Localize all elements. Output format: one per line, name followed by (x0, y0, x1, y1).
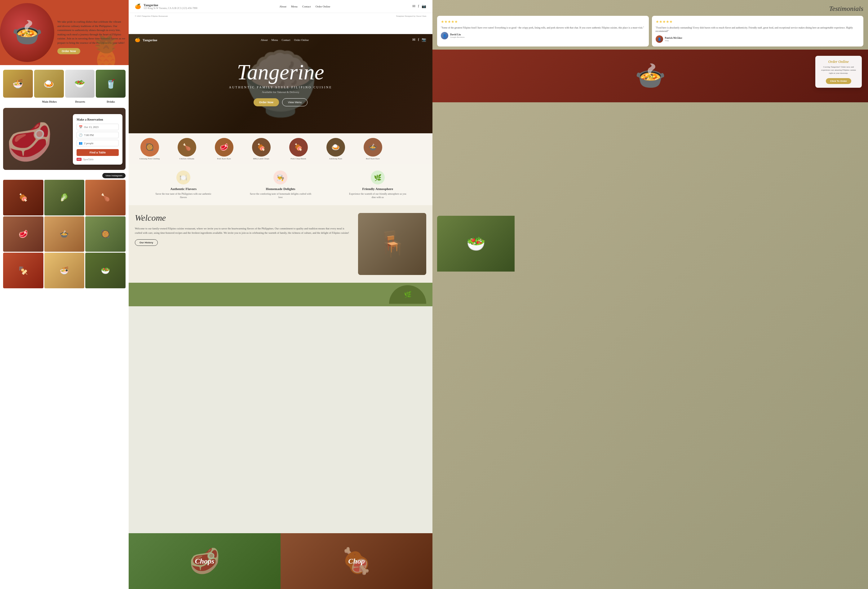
features-section: 🍽️ Authentic Flavors Savor the true tast… (128, 164, 433, 205)
testimonial-text-1: "Food here is absolutely outstanding! Ev… (655, 26, 860, 33)
hero-instagram-icon[interactable]: 📷 (422, 37, 426, 42)
dish-item-2[interactable]: 🥗 (65, 70, 95, 97)
testimonials-section: Testimonials ★★★★★ "Some of the greatest… (433, 0, 868, 50)
reviewer-1: 👤 Patrick McGhee Yelp (655, 35, 860, 43)
chops-section: Chops Chop (128, 533, 433, 589)
carousel-label-1: Chicken Afritada (169, 158, 205, 160)
testimonials-title: Testimonials (437, 4, 864, 13)
carousel-item-0[interactable]: 🥘 Ginisang Pork Giniling (132, 138, 167, 160)
dish-labels: Main Dishes Desserts Drinks (35, 100, 125, 103)
instagram-grid: 🍖 🥬 🍗 🥩 🍲 🥘 🍢 🍜 🥗 (3, 180, 125, 288)
date-value: Oct 13, 2023 (84, 125, 99, 128)
hero-facebook-icon[interactable]: f (418, 37, 419, 42)
feature-desc-0: Savor the true taste of the Philippines … (152, 192, 214, 199)
order-now-button[interactable]: Order Now (58, 48, 80, 54)
middle-panel: 🍊 Tangerine 123 King St W Toronto, CA A1… (128, 0, 433, 589)
hero-nav-contact[interactable]: Contact (282, 38, 291, 41)
nav-brand: 🍊 Tangerine 123 King St W Toronto, CA A1… (135, 3, 198, 10)
find-table-button[interactable]: Find a Table (77, 149, 119, 156)
hero-subtitle: AUTHENTIC FAMILY STYLE FILIPINO CUISINE (229, 86, 332, 89)
order-online-card: Order Online Craving Tangerine? Order no… (815, 56, 862, 87)
chops-left[interactable]: Chops (128, 533, 280, 589)
hero-tagline: Available for Takeout & Delivery (229, 90, 332, 94)
feature-0: 🍽️ Authentic Flavors Savor the true tast… (152, 170, 214, 199)
time-value: 7:00 PM (84, 134, 94, 137)
browser-top: 🍊 Tangerine 123 King St W Toronto, CA A1… (128, 0, 433, 34)
person-icon: 👥 (79, 141, 83, 145)
testimonial-0: ★★★★★ "Some of the greatest Filipino foo… (437, 16, 649, 46)
browser-footer: © 2023 Tangerine Filipino Restaurant Tem… (128, 13, 433, 19)
reviewer-avatar-1: 👤 (655, 35, 663, 43)
nav-brand-name: Tangerine (143, 3, 198, 7)
dish-item-0[interactable]: 🍜 (3, 70, 33, 97)
dish-item-3[interactable]: 🥤 (96, 70, 125, 97)
feature-icon-0: 🍽️ (176, 170, 190, 185)
hero-nav-about[interactable]: About (261, 38, 268, 41)
carousel-item-1[interactable]: 🍗 Chicken Afritada (169, 138, 205, 160)
carousel-item-5[interactable]: 🍛 Adobong Pusit (318, 138, 353, 160)
bottom-decoration: 🌿 (128, 283, 433, 306)
nav-link-contact[interactable]: Contact (302, 5, 311, 8)
our-history-button[interactable]: Our History (135, 239, 158, 246)
carousel-label-0: Ginisang Pork Giniling (132, 158, 167, 160)
carousel-item-2[interactable]: 🥩 Pork Kare-Kare (206, 138, 242, 160)
instagram-item-8[interactable]: 🥗 (85, 252, 125, 288)
chops-label: Chops (195, 557, 214, 565)
instagram-item-6[interactable]: 🍢 (3, 252, 43, 288)
instagram-item-5[interactable]: 🥘 (85, 216, 125, 252)
copyright-text: © 2023 Tangerine Filipino Restaurant (135, 15, 168, 17)
welcome-restaurant-image: 🪑 (358, 213, 426, 275)
hero-title: Tangerine (229, 61, 332, 83)
dish-item-1[interactable]: 🍛 (34, 70, 64, 97)
hero-nav-logo-icon: 🍊 (135, 37, 140, 43)
carousel-label-4: Pork Chop Bistek (280, 158, 316, 160)
hero-nav-menu[interactable]: Menu (272, 38, 278, 41)
nav-links: About Menu Contact Order Online (279, 5, 330, 8)
facebook-icon[interactable]: f (418, 4, 419, 9)
time-field[interactable]: 🕐 7:00 PM (77, 132, 119, 138)
welcome-text: Welcome Welcome to our family-owned Fili… (135, 213, 352, 245)
testimonial-1: ★★★★★ "Food here is absolutely outstandi… (652, 16, 864, 46)
welcome-section: Welcome Welcome to our family-owned Fili… (128, 205, 433, 283)
hero-social-icons: ✉ f 📷 (412, 37, 426, 42)
food-image-background: 🍲 (433, 50, 868, 102)
feature-2: 🌿 Friendly Atmosphere Experience the war… (347, 170, 409, 199)
instagram-item-1[interactable]: 🥬 (44, 180, 85, 216)
hero-nav-order[interactable]: Order Online (294, 38, 309, 41)
nav-link-order[interactable]: Order Online (316, 5, 331, 8)
restaurant-emoji: 🪑 (382, 235, 402, 253)
feature-1: 👨‍🍳 Homemade Delights Savor the comforti… (249, 170, 311, 199)
calendar-icon: 📅 (79, 125, 83, 128)
instagram-item-7[interactable]: 🍜 (44, 252, 85, 288)
dishes-section: 🍜 🍛 🥗 🥤 Main Dishes Desserts Drinks (0, 65, 128, 108)
carousel-label-6: Beef Kare-Kare (355, 158, 391, 160)
instagram-icon[interactable]: 📷 (422, 4, 426, 9)
carousel-img-3: 🍖 (252, 138, 271, 156)
hero-email-icon[interactable]: ✉ (412, 37, 415, 42)
opentable-badge: OT OpenTable (77, 158, 119, 161)
opentable-label: OpenTable (83, 158, 94, 161)
carousel-label-5: Adobong Pusit (318, 158, 353, 160)
nav-social-icons: ✉ f 📷 (412, 4, 426, 9)
date-field[interactable]: 📅 Oct 13, 2023 (77, 124, 119, 130)
hero-order-button[interactable]: Order Now (254, 98, 279, 106)
click-to-order-button[interactable]: Click To Order (826, 78, 852, 84)
carousel-item-3[interactable]: 🍖 BBQ Lamb Chops (244, 138, 279, 160)
reviewer-source-1: Yelp (665, 39, 682, 42)
instagram-item-2[interactable]: 🍗 (85, 180, 125, 216)
carousel-item-6[interactable]: 🍲 Beef Kare-Kare (355, 138, 391, 160)
nav-link-menu[interactable]: Menu (291, 5, 298, 8)
people-field[interactable]: 👥 2 people (77, 140, 119, 146)
reservation-title: Make a Reservation (77, 118, 119, 121)
instagram-item-4[interactable]: 🍲 (44, 216, 85, 252)
instagram-item-0[interactable]: 🍖 (3, 180, 43, 216)
chop-right[interactable]: Chop (280, 533, 433, 589)
hero-menu-button[interactable]: View Menu (282, 98, 307, 106)
instagram-item-3[interactable]: 🥩 (3, 216, 43, 252)
carousel-item-4[interactable]: 🍖 Pork Chop Bistek (280, 138, 316, 160)
nav-link-about[interactable]: About (279, 5, 286, 8)
nav-logo-icon: 🍊 (135, 3, 141, 9)
email-icon[interactable]: ✉ (412, 4, 415, 9)
view-instagram-button[interactable]: View Instagram (102, 173, 125, 178)
right-panel: Testimonials ★★★★★ "Some of the greatest… (433, 0, 868, 589)
